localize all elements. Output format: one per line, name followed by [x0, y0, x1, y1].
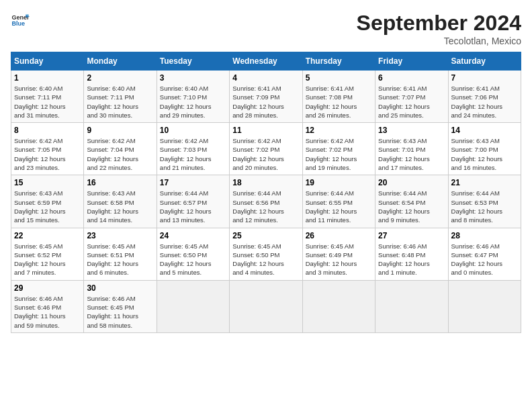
logo-icon: General Blue — [11, 11, 30, 30]
day-info: Sunrise: 6:40 AMSunset: 7:11 PMDaylight:… — [87, 84, 153, 120]
day-number: 8 — [14, 126, 81, 135]
day-info: Sunrise: 6:41 AMSunset: 7:06 PMDaylight:… — [451, 84, 518, 120]
day-info: Sunrise: 6:45 AMSunset: 6:51 PMDaylight:… — [87, 242, 153, 277]
col-sunday: Sunday — [11, 52, 84, 71]
table-row: 6Sunrise: 6:41 AMSunset: 7:07 PMDaylight… — [375, 71, 448, 123]
col-thursday: Thursday — [302, 52, 375, 71]
day-info: Sunrise: 6:42 AMSunset: 7:03 PMDaylight:… — [160, 136, 226, 172]
day-info: Sunrise: 6:45 AMSunset: 6:49 PMDaylight:… — [306, 242, 372, 277]
day-number: 11 — [232, 126, 299, 135]
col-friday: Friday — [375, 52, 448, 71]
table-row — [230, 280, 302, 332]
table-row — [302, 280, 375, 332]
day-info: Sunrise: 6:44 AMSunset: 6:53 PMDaylight:… — [451, 189, 518, 224]
day-info: Sunrise: 6:45 AMSunset: 6:50 PMDaylight:… — [160, 242, 226, 277]
day-number: 27 — [378, 231, 445, 240]
page-header: General Blue September 2024 Tecolotlan, … — [11, 11, 521, 46]
day-number: 21 — [451, 178, 518, 187]
day-info: Sunrise: 6:43 AMSunset: 7:00 PMDaylight:… — [451, 136, 518, 172]
day-number: 26 — [306, 231, 372, 240]
logo: General Blue — [11, 11, 30, 30]
day-number: 16 — [87, 178, 153, 187]
col-monday: Monday — [84, 52, 157, 71]
table-row: 16Sunrise: 6:43 AMSunset: 6:58 PMDayligh… — [84, 175, 157, 228]
table-row — [448, 280, 521, 332]
day-number: 13 — [378, 126, 445, 135]
day-number: 3 — [160, 73, 226, 83]
day-info: Sunrise: 6:43 AMSunset: 6:58 PMDaylight:… — [87, 189, 153, 224]
day-info: Sunrise: 6:46 AMSunset: 6:47 PMDaylight:… — [451, 242, 518, 277]
calendar-week-row: 29Sunrise: 6:46 AMSunset: 6:46 PMDayligh… — [11, 280, 521, 332]
table-row: 14Sunrise: 6:43 AMSunset: 7:00 PMDayligh… — [448, 123, 521, 175]
day-info: Sunrise: 6:43 AMSunset: 6:59 PMDaylight:… — [14, 189, 81, 224]
day-number: 7 — [451, 73, 518, 83]
calendar-week-row: 22Sunrise: 6:45 AMSunset: 6:52 PMDayligh… — [11, 228, 521, 280]
table-row — [375, 280, 448, 332]
table-row: 20Sunrise: 6:44 AMSunset: 6:54 PMDayligh… — [375, 175, 448, 228]
day-number: 23 — [87, 231, 153, 240]
day-number: 19 — [306, 178, 372, 187]
day-number: 6 — [378, 73, 445, 83]
table-row: 29Sunrise: 6:46 AMSunset: 6:46 PMDayligh… — [11, 280, 84, 332]
month-title: September 2024 — [357, 11, 521, 36]
table-row: 22Sunrise: 6:45 AMSunset: 6:52 PMDayligh… — [11, 228, 84, 280]
day-info: Sunrise: 6:41 AMSunset: 7:07 PMDaylight:… — [378, 84, 445, 120]
day-number: 15 — [14, 178, 81, 187]
day-info: Sunrise: 6:41 AMSunset: 7:09 PMDaylight:… — [232, 84, 299, 120]
table-row: 25Sunrise: 6:45 AMSunset: 6:50 PMDayligh… — [230, 228, 302, 280]
table-row: 9Sunrise: 6:42 AMSunset: 7:04 PMDaylight… — [84, 123, 157, 175]
day-info: Sunrise: 6:42 AMSunset: 7:02 PMDaylight:… — [232, 136, 299, 172]
calendar-week-row: 8Sunrise: 6:42 AMSunset: 7:05 PMDaylight… — [11, 123, 521, 175]
day-number: 1 — [14, 73, 81, 83]
day-info: Sunrise: 6:45 AMSunset: 6:50 PMDaylight:… — [232, 242, 299, 277]
day-info: Sunrise: 6:41 AMSunset: 7:08 PMDaylight:… — [306, 84, 372, 120]
header-row: Sunday Monday Tuesday Wednesday Thursday… — [11, 52, 521, 71]
table-row: 27Sunrise: 6:46 AMSunset: 6:48 PMDayligh… — [375, 228, 448, 280]
day-number: 2 — [87, 73, 153, 83]
table-row: 3Sunrise: 6:40 AMSunset: 7:10 PMDaylight… — [157, 71, 229, 123]
svg-text:Blue: Blue — [11, 20, 25, 27]
col-wednesday: Wednesday — [230, 52, 302, 71]
calendar-week-row: 15Sunrise: 6:43 AMSunset: 6:59 PMDayligh… — [11, 175, 521, 228]
table-row: 12Sunrise: 6:42 AMSunset: 7:02 PMDayligh… — [302, 123, 375, 175]
table-row: 28Sunrise: 6:46 AMSunset: 6:47 PMDayligh… — [448, 228, 521, 280]
table-row: 13Sunrise: 6:43 AMSunset: 7:01 PMDayligh… — [375, 123, 448, 175]
day-number: 28 — [451, 231, 518, 240]
table-row: 4Sunrise: 6:41 AMSunset: 7:09 PMDaylight… — [230, 71, 302, 123]
col-saturday: Saturday — [448, 52, 521, 71]
table-row: 1Sunrise: 6:40 AMSunset: 7:11 PMDaylight… — [11, 71, 84, 123]
day-info: Sunrise: 6:46 AMSunset: 6:46 PMDaylight:… — [14, 294, 81, 330]
day-info: Sunrise: 6:42 AMSunset: 7:05 PMDaylight:… — [14, 136, 81, 172]
day-number: 29 — [14, 283, 81, 293]
day-number: 4 — [232, 73, 299, 83]
day-info: Sunrise: 6:44 AMSunset: 6:56 PMDaylight:… — [232, 189, 299, 224]
day-number: 18 — [232, 178, 299, 187]
day-info: Sunrise: 6:40 AMSunset: 7:11 PMDaylight:… — [14, 84, 81, 120]
table-row: 8Sunrise: 6:42 AMSunset: 7:05 PMDaylight… — [11, 123, 84, 175]
day-info: Sunrise: 6:42 AMSunset: 7:04 PMDaylight:… — [87, 136, 153, 172]
day-info: Sunrise: 6:44 AMSunset: 6:54 PMDaylight:… — [378, 189, 445, 224]
table-row: 23Sunrise: 6:45 AMSunset: 6:51 PMDayligh… — [84, 228, 157, 280]
day-info: Sunrise: 6:45 AMSunset: 6:52 PMDaylight:… — [14, 242, 81, 277]
calendar-week-row: 1Sunrise: 6:40 AMSunset: 7:11 PMDaylight… — [11, 71, 521, 123]
day-info: Sunrise: 6:46 AMSunset: 6:48 PMDaylight:… — [378, 242, 445, 277]
day-info: Sunrise: 6:44 AMSunset: 6:57 PMDaylight:… — [160, 189, 226, 224]
table-row: 7Sunrise: 6:41 AMSunset: 7:06 PMDaylight… — [448, 71, 521, 123]
table-row: 18Sunrise: 6:44 AMSunset: 6:56 PMDayligh… — [230, 175, 302, 228]
day-info: Sunrise: 6:44 AMSunset: 6:55 PMDaylight:… — [306, 189, 372, 224]
table-row: 2Sunrise: 6:40 AMSunset: 7:11 PMDaylight… — [84, 71, 157, 123]
day-number: 12 — [306, 126, 372, 135]
title-area: September 2024 Tecolotlan, Mexico — [357, 11, 521, 46]
table-row: 24Sunrise: 6:45 AMSunset: 6:50 PMDayligh… — [157, 228, 229, 280]
table-row: 26Sunrise: 6:45 AMSunset: 6:49 PMDayligh… — [302, 228, 375, 280]
table-row: 21Sunrise: 6:44 AMSunset: 6:53 PMDayligh… — [448, 175, 521, 228]
day-info: Sunrise: 6:40 AMSunset: 7:10 PMDaylight:… — [160, 84, 226, 120]
day-number: 5 — [306, 73, 372, 83]
calendar-table: Sunday Monday Tuesday Wednesday Thursday… — [11, 52, 521, 333]
day-number: 30 — [87, 283, 153, 293]
col-tuesday: Tuesday — [157, 52, 229, 71]
day-number: 25 — [232, 231, 299, 240]
day-info: Sunrise: 6:46 AMSunset: 6:45 PMDaylight:… — [87, 294, 153, 330]
table-row: 11Sunrise: 6:42 AMSunset: 7:02 PMDayligh… — [230, 123, 302, 175]
day-number: 14 — [451, 126, 518, 135]
